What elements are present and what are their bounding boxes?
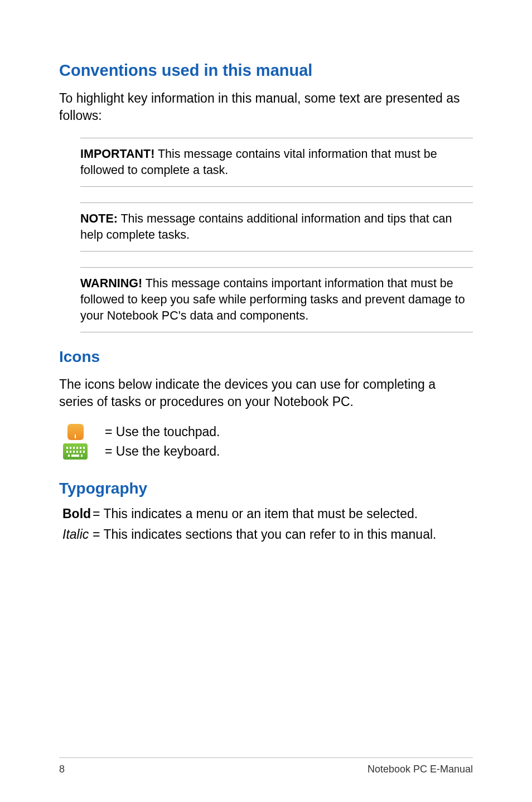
typography-italic-label: Italic — [59, 527, 93, 542]
touchpad-icon — [67, 424, 84, 440]
page-footer: 8 Notebook PC E-Manual — [59, 757, 473, 775]
note-box-note: NOTE: This message contains additional i… — [80, 202, 473, 252]
heading-conventions: Conventions used in this manual — [59, 61, 473, 80]
typography-italic-text: = This indicates sections that you can r… — [93, 527, 473, 542]
note-important-label: IMPORTANT! — [80, 147, 154, 161]
footer-title: Notebook PC E-Manual — [367, 764, 473, 775]
typography-italic-row: Italic = This indicates sections that yo… — [59, 527, 473, 542]
keyboard-icon-text: = Use the keyboard. — [91, 444, 220, 459]
icons-intro-text: The icons below indicate the devices you… — [59, 376, 473, 410]
note-box-important: IMPORTANT! This message contains vital i… — [80, 138, 473, 187]
conventions-intro-text: To highlight key information in this man… — [59, 90, 473, 124]
note-warning-label: WARNING! — [80, 277, 142, 290]
touchpad-icon-wrapper — [59, 424, 91, 440]
note-box-warning: WARNING! This message contains important… — [80, 267, 473, 332]
heading-typography: Typography — [59, 480, 473, 497]
heading-icons: Icons — [59, 348, 473, 366]
note-warning-text: WARNING! This message contains important… — [80, 276, 473, 324]
note-note-body: This message contains additional informa… — [80, 212, 452, 241]
page-number: 8 — [59, 764, 65, 775]
touchpad-icon-text: = Use the touchpad. — [91, 424, 220, 439]
note-note-label: NOTE: — [80, 212, 118, 225]
keyboard-icon-wrapper — [59, 443, 91, 460]
icon-row-touchpad: = Use the touchpad. — [59, 424, 473, 440]
typography-bold-label: Bold — [59, 506, 93, 521]
icon-row-keyboard: = Use the keyboard. — [59, 443, 473, 460]
typography-bold-text: = This indicates a menu or an item that … — [93, 506, 473, 521]
keyboard-icon — [63, 443, 88, 460]
typography-bold-row: Bold = This indicates a menu or an item … — [59, 506, 473, 521]
note-important-text: IMPORTANT! This message contains vital i… — [80, 146, 473, 178]
note-note-text: NOTE: This message contains additional i… — [80, 211, 473, 243]
